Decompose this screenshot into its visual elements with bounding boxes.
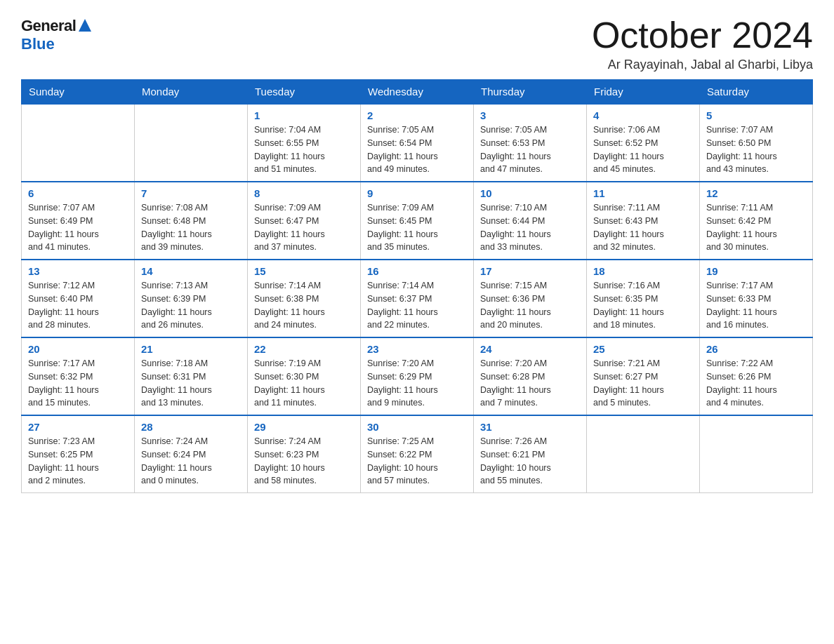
day-info: Sunrise: 7:16 AMSunset: 6:35 PMDaylight:…: [593, 279, 693, 332]
calendar-cell: 20Sunrise: 7:17 AMSunset: 6:32 PMDayligh…: [22, 337, 135, 415]
calendar-cell: 31Sunrise: 7:26 AMSunset: 6:21 PMDayligh…: [474, 415, 587, 493]
weekday-header-tuesday: Tuesday: [248, 80, 361, 105]
calendar-cell: 12Sunrise: 7:11 AMSunset: 6:42 PMDayligh…: [700, 182, 813, 260]
day-info: Sunrise: 7:10 AMSunset: 6:44 PMDaylight:…: [480, 201, 580, 254]
day-number: 11: [593, 187, 693, 199]
calendar-cell: 23Sunrise: 7:20 AMSunset: 6:29 PMDayligh…: [361, 337, 474, 415]
weekday-header-wednesday: Wednesday: [361, 80, 474, 105]
calendar-cell: [22, 104, 135, 182]
calendar-cell: 19Sunrise: 7:17 AMSunset: 6:33 PMDayligh…: [700, 260, 813, 337]
calendar-cell: 22Sunrise: 7:19 AMSunset: 6:30 PMDayligh…: [248, 337, 361, 415]
calendar-cell: 13Sunrise: 7:12 AMSunset: 6:40 PMDayligh…: [22, 260, 135, 337]
day-info: Sunrise: 7:25 AMSunset: 6:22 PMDaylight:…: [367, 435, 467, 488]
day-info: Sunrise: 7:22 AMSunset: 6:26 PMDaylight:…: [706, 357, 806, 410]
day-number: 17: [480, 265, 580, 277]
day-number: 1: [254, 109, 354, 121]
calendar-cell: [135, 104, 248, 182]
day-info: Sunrise: 7:21 AMSunset: 6:27 PMDaylight:…: [593, 357, 693, 410]
day-number: 26: [706, 343, 806, 355]
day-number: 23: [367, 343, 467, 355]
calendar-cell: 24Sunrise: 7:20 AMSunset: 6:28 PMDayligh…: [474, 337, 587, 415]
day-info: Sunrise: 7:20 AMSunset: 6:28 PMDaylight:…: [480, 357, 580, 410]
calendar-cell: 1Sunrise: 7:04 AMSunset: 6:55 PMDaylight…: [248, 104, 361, 182]
day-number: 4: [593, 109, 693, 121]
calendar-cell: 11Sunrise: 7:11 AMSunset: 6:43 PMDayligh…: [587, 182, 700, 260]
day-info: Sunrise: 7:14 AMSunset: 6:37 PMDaylight:…: [367, 279, 467, 332]
weekday-header-sunday: Sunday: [22, 80, 135, 105]
day-number: 28: [141, 421, 241, 433]
logo-blue-text: Blue: [21, 35, 55, 53]
day-info: Sunrise: 7:14 AMSunset: 6:38 PMDaylight:…: [254, 279, 354, 332]
day-info: Sunrise: 7:08 AMSunset: 6:48 PMDaylight:…: [141, 201, 241, 254]
calendar-cell: [587, 415, 700, 493]
calendar-cell: 30Sunrise: 7:25 AMSunset: 6:22 PMDayligh…: [361, 415, 474, 493]
day-info: Sunrise: 7:24 AMSunset: 6:24 PMDaylight:…: [141, 435, 241, 488]
day-number: 16: [367, 265, 467, 277]
day-number: 31: [480, 421, 580, 433]
day-number: 2: [367, 109, 467, 121]
calendar-header-row: SundayMondayTuesdayWednesdayThursdayFrid…: [22, 80, 813, 105]
day-info: Sunrise: 7:24 AMSunset: 6:23 PMDaylight:…: [254, 435, 354, 488]
location-title: Ar Rayayinah, Jabal al Gharbi, Libya: [21, 58, 813, 72]
month-title: October 2024: [592, 17, 813, 53]
day-number: 25: [593, 343, 693, 355]
logo-triangle-icon: [77, 18, 93, 33]
day-info: Sunrise: 7:07 AMSunset: 6:49 PMDaylight:…: [28, 201, 128, 254]
calendar-cell: 25Sunrise: 7:21 AMSunset: 6:27 PMDayligh…: [587, 337, 700, 415]
calendar-cell: 18Sunrise: 7:16 AMSunset: 6:35 PMDayligh…: [587, 260, 700, 337]
logo: General Blue: [21, 17, 93, 53]
day-info: Sunrise: 7:05 AMSunset: 6:54 PMDaylight:…: [367, 123, 467, 176]
calendar-cell: 15Sunrise: 7:14 AMSunset: 6:38 PMDayligh…: [248, 260, 361, 337]
day-number: 15: [254, 265, 354, 277]
calendar-cell: 9Sunrise: 7:09 AMSunset: 6:45 PMDaylight…: [361, 182, 474, 260]
calendar-cell: 8Sunrise: 7:09 AMSunset: 6:47 PMDaylight…: [248, 182, 361, 260]
day-info: Sunrise: 7:17 AMSunset: 6:33 PMDaylight:…: [706, 279, 806, 332]
day-number: 19: [706, 265, 806, 277]
day-number: 14: [141, 265, 241, 277]
calendar-cell: 28Sunrise: 7:24 AMSunset: 6:24 PMDayligh…: [135, 415, 248, 493]
weekday-header-saturday: Saturday: [700, 80, 813, 105]
day-number: 21: [141, 343, 241, 355]
calendar-cell: 6Sunrise: 7:07 AMSunset: 6:49 PMDaylight…: [22, 182, 135, 260]
day-number: 7: [141, 187, 241, 199]
day-number: 22: [254, 343, 354, 355]
calendar-week-row: 13Sunrise: 7:12 AMSunset: 6:40 PMDayligh…: [22, 260, 813, 337]
weekday-header-monday: Monday: [135, 80, 248, 105]
day-info: Sunrise: 7:13 AMSunset: 6:39 PMDaylight:…: [141, 279, 241, 332]
calendar-cell: 16Sunrise: 7:14 AMSunset: 6:37 PMDayligh…: [361, 260, 474, 337]
day-info: Sunrise: 7:12 AMSunset: 6:40 PMDaylight:…: [28, 279, 128, 332]
day-number: 27: [28, 421, 128, 433]
header: General Blue October 2024 Ar Rayayinah, …: [21, 17, 813, 72]
calendar-cell: 3Sunrise: 7:05 AMSunset: 6:53 PMDaylight…: [474, 104, 587, 182]
day-info: Sunrise: 7:23 AMSunset: 6:25 PMDaylight:…: [28, 435, 128, 488]
day-number: 12: [706, 187, 806, 199]
day-number: 30: [367, 421, 467, 433]
day-info: Sunrise: 7:04 AMSunset: 6:55 PMDaylight:…: [254, 123, 354, 176]
calendar-cell: 29Sunrise: 7:24 AMSunset: 6:23 PMDayligh…: [248, 415, 361, 493]
weekday-header-friday: Friday: [587, 80, 700, 105]
calendar-cell: 27Sunrise: 7:23 AMSunset: 6:25 PMDayligh…: [22, 415, 135, 493]
calendar-week-row: 20Sunrise: 7:17 AMSunset: 6:32 PMDayligh…: [22, 337, 813, 415]
calendar-cell: 10Sunrise: 7:10 AMSunset: 6:44 PMDayligh…: [474, 182, 587, 260]
svg-marker-0: [79, 19, 91, 32]
calendar-week-row: 27Sunrise: 7:23 AMSunset: 6:25 PMDayligh…: [22, 415, 813, 493]
day-info: Sunrise: 7:09 AMSunset: 6:45 PMDaylight:…: [367, 201, 467, 254]
day-info: Sunrise: 7:11 AMSunset: 6:43 PMDaylight:…: [593, 201, 693, 254]
day-number: 8: [254, 187, 354, 199]
day-number: 29: [254, 421, 354, 433]
calendar-cell: 2Sunrise: 7:05 AMSunset: 6:54 PMDaylight…: [361, 104, 474, 182]
calendar-cell: 7Sunrise: 7:08 AMSunset: 6:48 PMDaylight…: [135, 182, 248, 260]
day-number: 3: [480, 109, 580, 121]
calendar-cell: 21Sunrise: 7:18 AMSunset: 6:31 PMDayligh…: [135, 337, 248, 415]
calendar-week-row: 6Sunrise: 7:07 AMSunset: 6:49 PMDaylight…: [22, 182, 813, 260]
day-number: 18: [593, 265, 693, 277]
calendar-cell: 4Sunrise: 7:06 AMSunset: 6:52 PMDaylight…: [587, 104, 700, 182]
day-info: Sunrise: 7:19 AMSunset: 6:30 PMDaylight:…: [254, 357, 354, 410]
day-number: 24: [480, 343, 580, 355]
day-info: Sunrise: 7:11 AMSunset: 6:42 PMDaylight:…: [706, 201, 806, 254]
calendar-cell: [700, 415, 813, 493]
calendar-cell: 14Sunrise: 7:13 AMSunset: 6:39 PMDayligh…: [135, 260, 248, 337]
day-info: Sunrise: 7:26 AMSunset: 6:21 PMDaylight:…: [480, 435, 580, 488]
day-info: Sunrise: 7:05 AMSunset: 6:53 PMDaylight:…: [480, 123, 580, 176]
calendar-cell: 17Sunrise: 7:15 AMSunset: 6:36 PMDayligh…: [474, 260, 587, 337]
